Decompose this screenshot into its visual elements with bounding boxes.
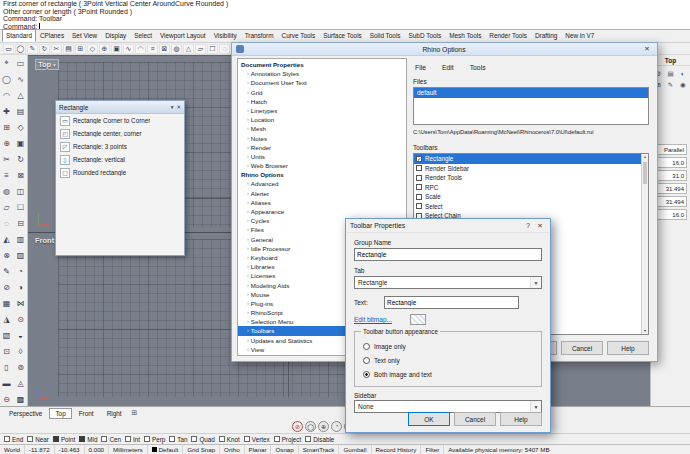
scroll-down-icon[interactable]: ▼ [642, 328, 648, 334]
panel-field-5[interactable]: 16.0 [654, 209, 687, 220]
toolbar-icon-2[interactable]: ✎ [27, 44, 38, 54]
options-help-button[interactable]: Help [607, 341, 649, 355]
left-tool-icon-22[interactable]: ◭ [0, 231, 13, 247]
osnap-end[interactable]: End [4, 436, 23, 443]
toolbar-icon-17[interactable]: ☐ [207, 44, 218, 54]
left-tool-icon-24[interactable]: ⊗ [0, 247, 13, 263]
tree-header-document-properties[interactable]: Document Properties [238, 60, 406, 69]
toolbar-icon-18[interactable]: ◌ [219, 44, 230, 54]
viewport-title-top[interactable]: Top ▾ [35, 59, 59, 70]
left-tool-icon-6[interactable]: ✚ [0, 103, 13, 119]
osnap-near[interactable]: Near [27, 436, 49, 443]
tree-item-web-browser[interactable]: ›Web Browser [238, 161, 406, 170]
add-viewport-icon[interactable]: ⊞ [129, 409, 141, 417]
tree-item-notes[interactable]: ›Notes [238, 134, 406, 143]
toolbar-icon-9[interactable]: ▣ [111, 44, 122, 54]
left-tool-icon-0[interactable]: ⌖ [0, 55, 13, 71]
left-tool-icon-39[interactable]: ⊚ [14, 359, 27, 375]
scroll-thumb[interactable] [643, 162, 647, 184]
files-list[interactable]: default [413, 87, 649, 125]
panel-field-0[interactable]: Parallel [654, 144, 687, 155]
toolbar-icon-1[interactable]: ◯ [15, 44, 26, 54]
toolbar-icon-16[interactable]: ▱ [195, 44, 206, 54]
left-tool-icon-31[interactable]: ⋈ [14, 295, 27, 311]
viewport-tab-front[interactable]: Front [73, 408, 100, 419]
toolbar-item-render-tools[interactable]: Render Tools [414, 173, 648, 183]
tree-item-aliases[interactable]: ›Aliases [238, 198, 406, 207]
panel-field-2[interactable]: 31.0 [654, 170, 687, 181]
bottom-icon-1[interactable]: ◯ [305, 421, 316, 432]
osnap-point[interactable]: Point [53, 436, 75, 443]
toolbar-icon-15[interactable]: △ [183, 44, 194, 54]
units-indicator[interactable]: Millimeters [109, 445, 148, 454]
tab-subd-tools[interactable]: SubD Tools [405, 29, 446, 42]
bottom-icon-3[interactable]: ◔ [331, 421, 342, 432]
tab-new-in-v7[interactable]: New in V7 [561, 29, 598, 42]
scrollbar[interactable]: ▲▼ [641, 154, 648, 334]
osnap-quad[interactable]: Quad [191, 436, 214, 443]
left-tool-icon-25[interactable]: ▨ [14, 247, 27, 263]
tab-standard[interactable]: Standard [2, 29, 36, 42]
panel-field-1[interactable]: 16.0 [654, 157, 687, 168]
left-tool-icon-42[interactable]: ⊖ [0, 391, 13, 407]
status-pane-grid-snap[interactable]: Grid Snap [183, 445, 220, 454]
tool-rectangle-center-corner[interactable]: ◰Rectangle center, corner [56, 127, 184, 140]
tree-item-annotation-styles[interactable]: ›Annotation Styles [238, 69, 406, 78]
osnap-project[interactable]: Project [274, 436, 302, 443]
panel-menu-icon[interactable]: ▾ [171, 104, 174, 110]
text-input[interactable] [384, 296, 519, 309]
props-ok-button[interactable]: OK [408, 412, 450, 426]
scroll-up-icon[interactable]: ▲ [642, 154, 648, 160]
tree-item-render[interactable]: ›Render [238, 143, 406, 152]
left-tool-icon-35[interactable]: ◒ [14, 327, 27, 343]
toolbar-icon-8[interactable]: ⊕ [99, 44, 110, 54]
left-tool-icon-12[interactable]: ✂ [0, 151, 13, 167]
left-tool-icon-40[interactable]: ▬ [0, 375, 13, 391]
group-name-input[interactable] [354, 248, 542, 261]
tab-dropdown[interactable]: Rectangle ▼ [354, 276, 542, 289]
toolbar-icon-0[interactable]: ▭ [3, 44, 14, 54]
dialog-titlebar[interactable]: Toolbar Properties ? ✕ [346, 219, 550, 233]
tab-viewport-layout[interactable]: Viewport Layout [156, 29, 210, 42]
status-pane-smarttrack[interactable]: SmartTrack [299, 445, 340, 454]
tree-item-hatch[interactable]: ›Hatch [238, 97, 406, 106]
tree-item-location[interactable]: ›Location [238, 115, 406, 124]
toolbar-icon-7[interactable]: ◇ [87, 44, 98, 54]
panel-field-3[interactable]: 31.494 [654, 183, 687, 194]
status-pane-filter[interactable]: Filter [421, 445, 444, 454]
bottom-icon-2[interactable]: ⊕ [318, 421, 329, 432]
left-tool-icon-16[interactable]: ◍ [0, 183, 13, 199]
tab-surface-tools[interactable]: Surface Tools [319, 29, 366, 42]
toolbar-icon-6[interactable]: ⊞ [75, 44, 86, 54]
menu-tools[interactable]: Tools [468, 63, 488, 72]
tool-rounded-rectangle[interactable]: ▢Rounded rectangle [56, 166, 184, 179]
tree-item-grid[interactable]: ›Grid [238, 88, 406, 97]
left-tool-icon-29[interactable]: ◑ [14, 279, 27, 295]
tab-render-tools[interactable]: Render Tools [485, 29, 531, 42]
left-tool-icon-18[interactable]: ▱ [0, 199, 13, 215]
toolbar-item-select[interactable]: Select [414, 202, 648, 212]
status-pane-record-history[interactable]: Record History [372, 445, 422, 454]
checkbox[interactable] [416, 203, 422, 209]
osnap-vertex[interactable]: Vertex [244, 436, 270, 443]
left-tool-icon-20[interactable]: ◌ [0, 215, 13, 231]
radio-image-only[interactable]: Image only [355, 339, 541, 353]
left-tool-icon-26[interactable]: ✎ [0, 263, 13, 279]
left-tool-icon-14[interactable]: ≡ [0, 167, 13, 183]
left-tool-icon-11[interactable]: ▣ [14, 135, 27, 151]
checkbox[interactable]: ✓ [416, 156, 422, 162]
close-icon[interactable]: ✕ [534, 222, 546, 230]
left-tool-icon-21[interactable]: ⊟ [14, 215, 27, 231]
toolbar-icon-5[interactable]: ▤ [63, 44, 74, 54]
left-tool-icon-41[interactable]: ◬ [14, 375, 27, 391]
status-pane-osnap[interactable]: Osnap [271, 445, 298, 454]
cplane-indicator[interactable]: World [0, 445, 25, 454]
panel-icon-5[interactable]: ◉ [677, 79, 689, 90]
left-tool-icon-17[interactable]: ◫ [14, 183, 27, 199]
toolbar-icon-13[interactable]: ⊠ [159, 44, 170, 54]
left-tool-icon-27[interactable]: ◔ [14, 263, 27, 279]
osnap-cen[interactable]: Cen [101, 436, 121, 443]
left-tool-icon-15[interactable]: ⊠ [14, 167, 27, 183]
tab-visibility[interactable]: Visibility [210, 29, 241, 42]
menu-file[interactable]: File [413, 63, 428, 72]
